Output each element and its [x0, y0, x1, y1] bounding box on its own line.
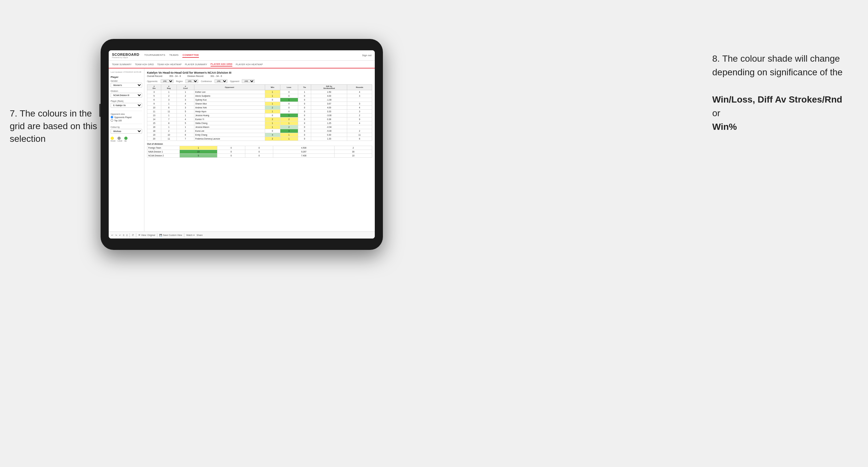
subnav-team-h2h-heatmap[interactable]: TEAM H2H HEATMAP	[157, 63, 181, 66]
sidebar-player-rank-label: Player (Rank)	[111, 100, 142, 102]
cell-rounds: 11	[347, 133, 372, 137]
nav-teams[interactable]: TEAMS	[169, 53, 179, 58]
annotation-right-bold1: Win/Loss, Diff Av Strokes/Rnd	[712, 94, 842, 104]
cell-diff: 0.30	[311, 133, 347, 137]
ood-cell-tie: 0	[245, 150, 273, 154]
legend-up-label: Up	[124, 140, 127, 142]
cell-diff: -1.00	[311, 98, 347, 102]
view-original-btn[interactable]: 👁 View: Original	[138, 234, 155, 236]
cell-loss: 0	[280, 90, 298, 94]
cell-loss: 0	[280, 102, 298, 106]
timer-btn[interactable]: ⏱	[132, 234, 134, 236]
cell-div: 6	[147, 98, 161, 102]
tablet-frame: SCOREBOARD Powered by clippd TOURNAMENTS…	[101, 39, 383, 250]
sidebar-gender-select[interactable]: Women's	[111, 83, 142, 88]
ood-cell-diff: 9.267	[273, 150, 335, 154]
table-row: 5 2 2 Alexis Sudjianto 1 0 0 4.00 3	[147, 94, 372, 98]
table-row: 6 3 3 Sydney Kuo 0 1 0 -1.00	[147, 98, 372, 102]
cell-loss: 3	[280, 129, 298, 133]
subnav-team-summary[interactable]: TEAM SUMMARY	[112, 63, 132, 66]
col-opponent: Opponent	[194, 85, 265, 90]
cell-win: 0	[265, 129, 280, 133]
cell-rounds	[347, 98, 372, 102]
cell-diff: 4.00	[311, 94, 347, 98]
legend-level-label: Level	[118, 140, 122, 142]
cell-diff: 4.00	[311, 106, 347, 110]
cell-opponent: Emily Chang	[194, 133, 265, 137]
cell-diff: 3.67	[311, 102, 347, 106]
cell-reg: 11	[161, 137, 177, 141]
legend-down-dot	[111, 136, 114, 140]
division-record-label: Division Record:	[187, 75, 204, 77]
copy-btn[interactable]: ⎘	[123, 234, 124, 236]
paste-btn[interactable]: ⎙	[126, 234, 127, 236]
share-btn[interactable]: Share	[197, 234, 203, 236]
ood-table-row: NCAA Division 2 5 0 0 7.400 10	[147, 154, 372, 158]
sidebar-gender-label: Gender	[111, 80, 142, 82]
cell-win: 1	[265, 102, 280, 106]
opponent-view-radio-group: Opponents Played Top 100	[111, 116, 142, 122]
cell-tie: 1	[298, 90, 311, 94]
cell-opponent: Alexis Sudjianto	[194, 94, 265, 98]
ood-cell-win: 15	[180, 150, 217, 154]
radio-opponents-played[interactable]: Opponents Played	[111, 116, 142, 119]
cell-diff: -3.00	[311, 114, 347, 118]
nav-tournaments[interactable]: TOURNAMENTS	[144, 53, 165, 58]
cell-reg: 6	[161, 106, 177, 110]
table-row: 15 8 5 Stella Cheng 1 1 0 1.25 4	[147, 121, 372, 125]
step-back-btn[interactable]: ↩	[119, 234, 121, 237]
radio-top100[interactable]: Top 100	[111, 119, 142, 122]
filter-opponent-select[interactable]: (All)	[242, 79, 255, 83]
cell-conf: 1	[177, 125, 194, 129]
subnav-team-h2h-grid[interactable]: TEAM H2H GRID	[135, 63, 154, 66]
sidebar-player-rank-select[interactable]: 8. Katelyn Vo	[111, 103, 142, 108]
annotation-right-or: or	[712, 108, 720, 118]
cell-loss: 1	[280, 121, 298, 125]
cell-loss: 2	[280, 118, 298, 121]
nav-committee[interactable]: COMMITTEE	[182, 53, 199, 58]
cell-rounds: 3	[347, 110, 372, 114]
ood-cell-tie: 0	[245, 154, 273, 158]
ood-cell-opponent: Foreign Team	[147, 146, 180, 150]
table-row: 19 10 6 Emily Chang 4 1 0 0.30 11	[147, 133, 372, 137]
cell-opponent: Andrea York	[194, 106, 265, 110]
sidebar-division-select[interactable]: NCAA Division III	[111, 93, 142, 98]
cell-div: 20	[147, 137, 161, 141]
toolbar-divider-2	[136, 234, 136, 237]
legend-level-dot	[118, 136, 121, 140]
sign-out-link[interactable]: Sign out	[362, 54, 372, 57]
cell-reg: 1	[161, 125, 177, 129]
subnav-player-summary[interactable]: PLAYER SUMMARY	[185, 63, 207, 66]
subnav-player-h2h-heatmap[interactable]: PLAYER H2H HEATMAP	[236, 63, 263, 66]
cell-reg: 3	[161, 98, 177, 102]
cell-reg: 1	[161, 114, 177, 118]
cell-opponent: Stella Cheng	[194, 121, 265, 125]
cell-rounds: 4	[347, 90, 372, 94]
undo-btn[interactable]: ↩	[111, 234, 113, 237]
cell-rounds: 3	[347, 94, 372, 98]
ood-cell-opponent: NCAA Division 2	[147, 154, 180, 158]
cell-win: 1	[265, 90, 280, 94]
filter-region-select[interactable]: (All)	[185, 79, 198, 83]
save-icon: 💾	[159, 234, 162, 237]
watch-btn[interactable]: Watch ▾	[186, 234, 195, 237]
ood-cell-opponent: NAIA Division 1	[147, 150, 180, 154]
toolbar-divider-4	[184, 234, 184, 237]
filter-opponents-select[interactable]: (All)	[161, 79, 174, 83]
cell-loss: 2	[280, 125, 298, 129]
table-row: 9 1 4 Sharon Mun 1 0 0 3.67 3	[147, 102, 372, 106]
toolbar-divider-3	[157, 234, 157, 237]
sidebar-colour-by-select[interactable]: Win/loss	[111, 129, 142, 134]
col-rounds: Rounds	[347, 85, 372, 90]
redo-btn[interactable]: ↪	[115, 234, 117, 237]
filter-row: Opponents: (All) Region (All) Conference…	[147, 79, 372, 83]
save-custom-btn[interactable]: 💾 Save Custom View	[159, 234, 182, 237]
cell-tie: 0	[298, 125, 311, 129]
cell-diff: 1.25	[311, 121, 347, 125]
cell-diff: -5.00	[311, 129, 347, 133]
subnav-player-h2h-grid[interactable]: PLAYER H2H GRID	[211, 62, 232, 66]
legend-up-dot	[124, 136, 127, 140]
cell-div: 13	[147, 114, 161, 118]
annotation-left-text: 7. The colours in the grid are based on …	[10, 108, 97, 144]
filter-conference-select[interactable]: (All)	[215, 79, 227, 83]
